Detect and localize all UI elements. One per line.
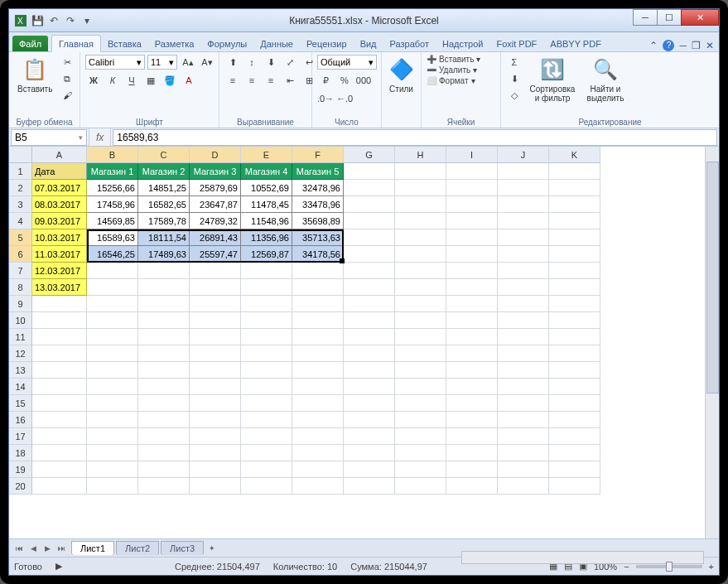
cell-D16[interactable] [190, 412, 241, 428]
row-header-8[interactable]: 8 [9, 279, 32, 296]
cell-A8[interactable]: 13.03.2017 [32, 279, 87, 296]
cell-F18[interactable] [292, 445, 344, 461]
sheet-nav-prev-icon[interactable]: ◀ [27, 542, 40, 555]
cell-I6[interactable] [446, 246, 498, 263]
cell-J5[interactable] [498, 229, 549, 246]
cell-D10[interactable] [190, 312, 241, 329]
sheet-tab-1[interactable]: Лист1 [71, 541, 114, 555]
cell-E10[interactable] [241, 312, 292, 329]
row-header-13[interactable]: 13 [9, 362, 32, 379]
cell-G18[interactable] [344, 445, 395, 461]
cell-I12[interactable] [446, 345, 498, 362]
cell-A4[interactable]: 09.03.2017 [32, 213, 87, 229]
cell-B10[interactable] [87, 312, 138, 329]
row-header-11[interactable]: 11 [9, 329, 32, 345]
cell-C10[interactable] [138, 312, 190, 329]
comma-icon[interactable]: 000 [355, 73, 372, 88]
cell-H19[interactable] [395, 461, 446, 478]
cell-F11[interactable] [292, 329, 344, 345]
row-header-16[interactable]: 16 [9, 412, 32, 428]
cell-E20[interactable] [241, 478, 292, 495]
col-header-J[interactable]: J [498, 147, 549, 163]
cell-H13[interactable] [395, 362, 446, 379]
cell-C2[interactable]: 14851,25 [138, 180, 190, 196]
cell-J16[interactable] [498, 412, 549, 428]
cell-B7[interactable] [87, 263, 138, 279]
align-center-icon[interactable]: ≡ [243, 73, 260, 88]
indent-dec-icon[interactable]: ⇤ [282, 73, 298, 88]
cell-H7[interactable] [395, 263, 446, 279]
underline-button[interactable]: Ч [123, 73, 140, 88]
cell-C4[interactable]: 17589,78 [138, 213, 190, 229]
column-headers[interactable]: ABCDEFGHIJK [32, 147, 600, 163]
cell-F17[interactable] [292, 428, 344, 445]
cell-A7[interactable]: 12.03.2017 [32, 263, 87, 279]
cell-A20[interactable] [32, 478, 87, 495]
select-all-corner[interactable] [9, 147, 32, 163]
cell-B2[interactable]: 15256,66 [87, 180, 138, 196]
maximize-button[interactable]: ☐ [657, 9, 682, 26]
cell-E3[interactable]: 11478,45 [241, 196, 292, 213]
cell-H4[interactable] [395, 213, 446, 229]
cell-D5[interactable]: 26891,43 [190, 229, 241, 246]
cell-I9[interactable] [446, 296, 498, 312]
cell-G11[interactable] [344, 329, 395, 345]
cell-F8[interactable] [292, 279, 344, 296]
cell-A5[interactable]: 10.03.2017 [32, 229, 87, 246]
cell-D6[interactable]: 25597,47 [190, 246, 241, 263]
cell-D2[interactable]: 25879,69 [190, 180, 241, 196]
grow-font-icon[interactable]: A▴ [180, 55, 196, 70]
cell-D11[interactable] [190, 329, 241, 345]
cell-K17[interactable] [549, 428, 600, 445]
cell-C13[interactable] [138, 362, 190, 379]
cell-C6[interactable]: 17489,63 [138, 246, 190, 263]
sheet-tab-2[interactable]: Лист2 [116, 541, 159, 555]
cell-F7[interactable] [292, 263, 344, 279]
cell-J2[interactable] [498, 180, 549, 196]
cell-J1[interactable] [498, 163, 549, 180]
cell-F14[interactable] [292, 379, 344, 395]
cell-A17[interactable] [32, 428, 87, 445]
cell-G5[interactable] [344, 229, 395, 246]
doc-min-icon[interactable]: ─ [679, 40, 687, 51]
align-right-icon[interactable]: ≡ [263, 73, 279, 88]
new-sheet-icon[interactable]: ✦ [205, 542, 219, 555]
col-header-E[interactable]: E [241, 147, 292, 163]
row-header-1[interactable]: 1 [9, 163, 32, 180]
format-painter-icon[interactable]: 🖌 [59, 88, 75, 103]
tab-view[interactable]: Вид [354, 36, 383, 51]
row-header-6[interactable]: 6 [9, 246, 32, 263]
col-header-B[interactable]: B [87, 147, 138, 163]
cell-C14[interactable] [138, 379, 190, 395]
cell-I7[interactable] [446, 263, 498, 279]
cell-G10[interactable] [344, 312, 395, 329]
cell-G20[interactable] [344, 478, 395, 495]
orientation-icon[interactable]: ⤢ [282, 55, 298, 70]
cell-H6[interactable] [395, 246, 446, 263]
cell-B3[interactable]: 17458,96 [87, 196, 138, 213]
cell-H12[interactable] [395, 345, 446, 362]
cell-I2[interactable] [446, 180, 498, 196]
cell-D1[interactable]: Магазин 3 [190, 163, 241, 180]
font-name-combo[interactable]: Calibri▾ [85, 55, 145, 70]
row-header-2[interactable]: 2 [9, 180, 32, 196]
cell-H17[interactable] [395, 428, 446, 445]
align-bot-icon[interactable]: ⬇ [263, 55, 279, 70]
help-icon[interactable]: ? [663, 40, 674, 51]
cell-C12[interactable] [138, 345, 190, 362]
row-headers[interactable]: 1234567891011121314151617181920 [9, 163, 32, 495]
cell-B1[interactable]: Магазин 1 [87, 163, 138, 180]
cell-H9[interactable] [395, 296, 446, 312]
cell-G19[interactable] [344, 461, 395, 478]
cell-G9[interactable] [344, 296, 395, 312]
cell-C16[interactable] [138, 412, 190, 428]
cell-F10[interactable] [292, 312, 344, 329]
cell-A3[interactable]: 08.03.2017 [32, 196, 87, 213]
cell-I13[interactable] [446, 362, 498, 379]
cell-H5[interactable] [395, 229, 446, 246]
cell-K11[interactable] [549, 329, 600, 345]
sheet-nav-last-icon[interactable]: ⏭ [55, 542, 68, 555]
align-top-icon[interactable]: ⬆ [224, 55, 241, 70]
cell-J9[interactable] [498, 296, 549, 312]
cell-J17[interactable] [498, 428, 549, 445]
